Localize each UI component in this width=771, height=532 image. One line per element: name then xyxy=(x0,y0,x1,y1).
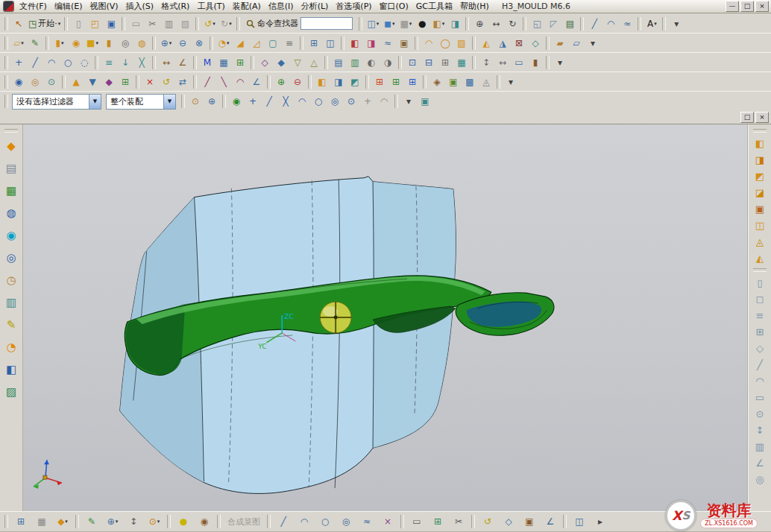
toolbar-icon[interactable]: ◎ xyxy=(751,472,769,487)
toolbar-icon[interactable]: ◆ xyxy=(274,55,289,71)
snap-line-icon[interactable]: ╱ xyxy=(262,94,277,110)
dropdown-arrow-icon[interactable]: ▼ xyxy=(89,95,101,109)
toolbar-icon[interactable]: ▽ xyxy=(290,55,305,71)
part-family-icon[interactable]: ▦ xyxy=(216,55,231,71)
toolbar-icon[interactable]: ◠ xyxy=(751,373,769,388)
toolbar-icon[interactable]: ◇ xyxy=(751,341,769,355)
part-module-icon[interactable]: ▣ xyxy=(751,201,769,216)
web-browser-icon[interactable]: ◎ xyxy=(2,250,20,266)
pattern-feature-icon[interactable]: ⊞ xyxy=(306,36,321,51)
layer-settings-icon[interactable]: ▤ xyxy=(562,16,577,31)
exploded-view-icon[interactable]: ◬ xyxy=(751,234,769,249)
spline-tool-icon[interactable]: ≈ xyxy=(359,514,374,530)
snap-center-icon[interactable]: ◎ xyxy=(327,94,342,110)
toolbar-icon[interactable]: ∠ xyxy=(751,455,769,470)
process-studio-icon[interactable]: ▥ xyxy=(2,294,20,311)
snap-midpoint-icon[interactable]: + xyxy=(245,94,260,110)
toolbar-icon[interactable]: ╱ xyxy=(200,75,215,90)
toolbar-icon[interactable]: ▥ xyxy=(751,439,769,454)
toolbar-icon[interactable]: ◆ xyxy=(101,75,116,90)
toolbar-icon[interactable]: ↕ xyxy=(751,422,769,437)
toolbar-icon[interactable]: ↕ xyxy=(126,514,141,530)
line-curve-icon[interactable]: ╱ xyxy=(28,55,43,71)
arc-curve-icon[interactable]: ◠ xyxy=(44,55,59,71)
palette-icon[interactable]: ▨ xyxy=(2,384,20,400)
minimize-button[interactable]: — xyxy=(726,1,739,12)
toolbar-icon[interactable]: ⊙ xyxy=(44,75,59,90)
snap-endpoint-icon[interactable]: ◉ xyxy=(229,94,244,110)
edge-blend-icon[interactable]: ◔▾ xyxy=(216,36,231,51)
block-icon[interactable]: ■▾ xyxy=(85,36,100,51)
hole-icon[interactable]: ◎ xyxy=(118,36,133,51)
dropdown-arrow-icon[interactable]: ▼ xyxy=(163,95,175,109)
menu-item[interactable]: 装配(A) xyxy=(229,0,265,13)
trim-body-icon[interactable]: ◧ xyxy=(347,36,362,51)
toolbar-icon[interactable]: ▦ xyxy=(454,55,469,71)
project-curve-icon[interactable]: ↓ xyxy=(118,55,133,71)
new-file-icon[interactable]: ▯ xyxy=(71,16,86,31)
toolbar-icon[interactable]: ⊞ xyxy=(118,75,133,90)
menu-item[interactable]: 编辑(E) xyxy=(51,0,86,13)
cylinder-icon[interactable]: ▮ xyxy=(101,36,116,51)
deformable-part-icon[interactable]: ◫ xyxy=(751,218,769,232)
toolbar-icon[interactable]: ↺ xyxy=(159,75,174,90)
expression-icon[interactable]: ▱ xyxy=(569,36,584,51)
toolbar-icon[interactable]: ◎ xyxy=(28,75,43,90)
toolbar-icon[interactable]: ∠ xyxy=(249,75,264,90)
history-icon[interactable]: ◷ xyxy=(2,272,20,288)
toolbar-icon[interactable]: ◻ xyxy=(751,291,769,306)
wizard-pencil-icon[interactable]: ✎ xyxy=(2,317,20,333)
select-pointer-icon[interactable]: ↖ xyxy=(11,16,26,31)
sphere-tool-icon[interactable]: ● xyxy=(176,514,191,530)
menu-item[interactable]: 帮助(H) xyxy=(456,0,493,13)
color-pattern-icon[interactable]: ⊞ xyxy=(388,75,403,90)
delete-icon[interactable]: × xyxy=(142,75,157,90)
toolbar-icon[interactable]: ▭ xyxy=(409,514,424,530)
spline-tool-icon[interactable]: ≈ xyxy=(620,16,635,31)
snap-intersection-icon[interactable]: ╳ xyxy=(278,94,293,110)
toolbar-icon[interactable]: ▭ xyxy=(751,390,769,405)
edit-feature-icon[interactable]: ▰ xyxy=(553,36,567,51)
extrude-icon[interactable]: ▮▾ xyxy=(52,36,67,51)
ruled-surface-icon[interactable]: ▨ xyxy=(454,36,469,51)
more-features-icon[interactable]: ▾ xyxy=(585,36,600,51)
snap-tangent-icon[interactable]: ◠ xyxy=(377,94,391,110)
measure-body-icon[interactable]: ▯ xyxy=(751,275,769,290)
selection-filter-combo[interactable]: 没有选择过滤器 ▼ xyxy=(12,94,101,110)
shell-icon[interactable]: ▢ xyxy=(265,36,280,51)
selection-scope-combo[interactable]: 整个装配 ▼ xyxy=(106,94,176,110)
more-commands-icon[interactable]: ▾ xyxy=(669,16,684,31)
toolbar-icon[interactable]: ▣ xyxy=(446,75,461,90)
snap-arc-icon[interactable]: ◠ xyxy=(295,94,309,110)
toolbar-icon[interactable]: ↕ xyxy=(479,55,494,71)
menu-item[interactable]: 插入(S) xyxy=(122,0,158,13)
menu-item[interactable]: 分析(L) xyxy=(298,0,333,13)
open-file-icon[interactable]: ◰ xyxy=(87,16,102,31)
toolbar-icon[interactable]: ◈ xyxy=(429,75,444,90)
viewport-canvas[interactable]: ZC YC xyxy=(23,124,748,512)
toolbar-icon[interactable]: ↺ xyxy=(480,514,495,530)
split-body-icon[interactable]: ◨ xyxy=(364,36,379,51)
toolbar-icon[interactable]: △ xyxy=(306,55,321,71)
menu-item[interactable]: GC工具箱 xyxy=(412,0,456,13)
toolbar-icon[interactable]: ⊟ xyxy=(421,55,436,71)
pan-icon[interactable]: ↔ xyxy=(488,16,503,31)
toolbar-icon[interactable]: ◆▾ xyxy=(55,514,70,530)
sketch-icon[interactable]: ✎ xyxy=(28,36,43,51)
toolbar-icon[interactable]: ⊡ xyxy=(405,55,420,71)
rotate-view-icon[interactable]: ↻ xyxy=(505,16,520,31)
toolbar-icon[interactable]: ◉ xyxy=(197,514,212,530)
offset-curve-icon[interactable]: ≡ xyxy=(101,55,116,71)
toolbar-icon[interactable]: ╲ xyxy=(216,75,231,90)
swept-icon[interactable]: ◠ xyxy=(421,36,436,51)
command-finder-input[interactable] xyxy=(300,17,353,30)
mirror-feature-icon[interactable]: ◫ xyxy=(323,36,338,51)
point-icon[interactable]: + xyxy=(11,55,26,71)
measure-distance-icon[interactable]: ↔ xyxy=(159,55,174,71)
copy-icon[interactable]: ▥ xyxy=(161,16,176,31)
line-tool-icon[interactable]: ╱ xyxy=(276,514,291,530)
zoom-icon[interactable]: ⊕ xyxy=(472,16,487,31)
delete-face-icon[interactable]: ⊠ xyxy=(512,36,526,51)
snap-circle-icon[interactable]: ○ xyxy=(311,94,326,110)
menu-item[interactable]: 信息(I) xyxy=(265,0,298,13)
